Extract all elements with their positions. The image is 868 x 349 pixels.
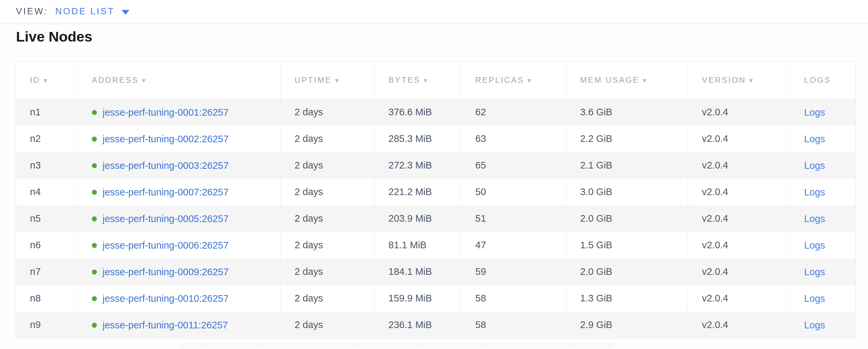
sort-caret-icon: ▾: [43, 76, 47, 84]
column-header-logs: LOGS: [790, 62, 856, 99]
dropdown-caret-icon: [122, 10, 129, 14]
cell-address: jesse-perf-tuning-0007:26257: [78, 179, 281, 205]
cell-address: jesse-perf-tuning-0001:26257: [78, 99, 281, 126]
column-header-mem-usage[interactable]: MEM USAGE▾: [566, 62, 688, 99]
node-address-link[interactable]: jesse-perf-tuning-0011:26257: [102, 320, 228, 330]
cell-uptime: 2 days: [281, 179, 374, 205]
page-title: Live Nodes: [16, 29, 92, 45]
cell-address: jesse-perf-tuning-0003:26257: [78, 152, 281, 179]
cell-replicas: 58: [461, 285, 566, 312]
live-nodes-table: ID▾ ADDRESS▾ UPTIME▾ BYTES▾ REPLICAS▾ ME…: [16, 61, 856, 338]
cell-address: jesse-perf-tuning-0005:26257: [78, 205, 281, 232]
table-row: n7 jesse-perf-tuning-0009:26257 2 days 1…: [16, 258, 856, 285]
cell-version: v2.0.4: [688, 258, 790, 285]
view-label: VIEW:: [16, 6, 48, 16]
cell-mem-usage: 3.0 GiB: [566, 179, 688, 205]
cell-bytes: 285.3 MiB: [374, 126, 461, 152]
cell-replicas: 50: [461, 179, 566, 205]
view-selector-dropdown[interactable]: NODE LIST: [55, 6, 129, 16]
cell-version: v2.0.4: [688, 99, 790, 126]
column-label: VERSION: [702, 75, 746, 84]
node-live-status-dot-icon: [92, 190, 97, 195]
cell-logs: Logs: [790, 179, 856, 205]
cell-node-id: n5: [16, 205, 78, 232]
cell-version: v2.0.4: [688, 126, 790, 152]
column-header-address[interactable]: ADDRESS▾: [78, 62, 281, 99]
cell-logs: Logs: [790, 126, 856, 152]
cell-node-id: n2: [16, 126, 78, 152]
bottom-panel-edge: [176, 343, 616, 349]
topbar: VIEW: NODE LIST: [0, 0, 868, 23]
column-label: ADDRESS: [92, 75, 139, 84]
cell-version: v2.0.4: [688, 179, 790, 205]
column-label: ID: [30, 75, 40, 84]
node-address-link[interactable]: jesse-perf-tuning-0006:26257: [102, 240, 229, 251]
cell-node-id: n6: [16, 232, 78, 258]
logs-link[interactable]: Logs: [804, 320, 825, 330]
logs-link[interactable]: Logs: [804, 160, 825, 171]
logs-link[interactable]: Logs: [804, 213, 825, 224]
node-address-link[interactable]: jesse-perf-tuning-0005:26257: [102, 213, 229, 224]
logs-link[interactable]: Logs: [804, 107, 825, 118]
column-header-replicas[interactable]: REPLICAS▾: [461, 62, 566, 99]
node-live-status-dot-icon: [92, 296, 97, 301]
logs-link[interactable]: Logs: [804, 134, 825, 144]
node-address-link[interactable]: jesse-perf-tuning-0003:26257: [102, 160, 229, 171]
cell-uptime: 2 days: [281, 258, 374, 285]
cell-replicas: 59: [461, 258, 566, 285]
logs-link[interactable]: Logs: [804, 267, 825, 277]
logs-link[interactable]: Logs: [804, 293, 825, 304]
logs-link[interactable]: Logs: [804, 240, 825, 251]
table-header-row: ID▾ ADDRESS▾ UPTIME▾ BYTES▾ REPLICAS▾ ME…: [16, 62, 856, 99]
cell-uptime: 2 days: [281, 126, 374, 152]
node-address-link[interactable]: jesse-perf-tuning-0010:26257: [102, 293, 229, 304]
cell-mem-usage: 2.2 GiB: [566, 126, 688, 152]
sort-caret-icon: ▾: [643, 76, 646, 84]
cell-logs: Logs: [790, 205, 856, 232]
node-live-status-dot-icon: [92, 137, 97, 142]
node-live-status-dot-icon: [92, 163, 97, 168]
cell-version: v2.0.4: [688, 152, 790, 179]
column-header-version[interactable]: VERSION▾: [688, 62, 790, 99]
cell-mem-usage: 2.0 GiB: [566, 205, 688, 232]
cell-address: jesse-perf-tuning-0011:26257: [78, 312, 281, 338]
node-address-link[interactable]: jesse-perf-tuning-0007:26257: [102, 187, 229, 198]
cell-logs: Logs: [790, 232, 856, 258]
column-header-id[interactable]: ID▾: [16, 62, 78, 99]
table-row: n9 jesse-perf-tuning-0011:26257 2 days 2…: [16, 312, 856, 338]
table-row: n4 jesse-perf-tuning-0007:26257 2 days 2…: [16, 179, 856, 205]
node-address-link[interactable]: jesse-perf-tuning-0009:26257: [102, 267, 229, 277]
cell-bytes: 159.9 MiB: [374, 285, 461, 312]
cell-replicas: 51: [461, 205, 566, 232]
cell-mem-usage: 1.5 GiB: [566, 232, 688, 258]
cell-logs: Logs: [790, 312, 856, 338]
cell-version: v2.0.4: [688, 285, 790, 312]
cell-bytes: 272.3 MiB: [374, 152, 461, 179]
cell-mem-usage: 2.0 GiB: [566, 258, 688, 285]
view-selector-value: NODE LIST: [55, 6, 115, 16]
table-row: n6 jesse-perf-tuning-0006:26257 2 days 8…: [16, 232, 856, 258]
cell-node-id: n8: [16, 285, 78, 312]
node-address-link[interactable]: jesse-perf-tuning-0001:26257: [102, 107, 229, 118]
cell-node-id: n1: [16, 99, 78, 126]
column-header-uptime[interactable]: UPTIME▾: [281, 62, 374, 99]
logs-link[interactable]: Logs: [804, 187, 825, 198]
cell-uptime: 2 days: [281, 312, 374, 338]
table-row: n1 jesse-perf-tuning-0001:26257 2 days 3…: [16, 99, 856, 126]
cell-node-id: n9: [16, 312, 78, 338]
cell-uptime: 2 days: [281, 152, 374, 179]
cell-logs: Logs: [790, 152, 856, 179]
cell-bytes: 184.1 MiB: [374, 258, 461, 285]
cell-uptime: 2 days: [281, 285, 374, 312]
sort-caret-icon: ▾: [749, 76, 753, 84]
column-header-bytes[interactable]: BYTES▾: [374, 62, 461, 99]
cell-logs: Logs: [790, 99, 856, 126]
cell-version: v2.0.4: [688, 205, 790, 232]
cell-bytes: 236.1 MiB: [374, 312, 461, 338]
table-row: n8 jesse-perf-tuning-0010:26257 2 days 1…: [16, 285, 856, 312]
cell-replicas: 62: [461, 99, 566, 126]
cell-replicas: 47: [461, 232, 566, 258]
node-address-link[interactable]: jesse-perf-tuning-0002:26257: [102, 134, 229, 144]
cell-mem-usage: 2.1 GiB: [566, 152, 688, 179]
node-live-status-dot-icon: [92, 110, 97, 115]
